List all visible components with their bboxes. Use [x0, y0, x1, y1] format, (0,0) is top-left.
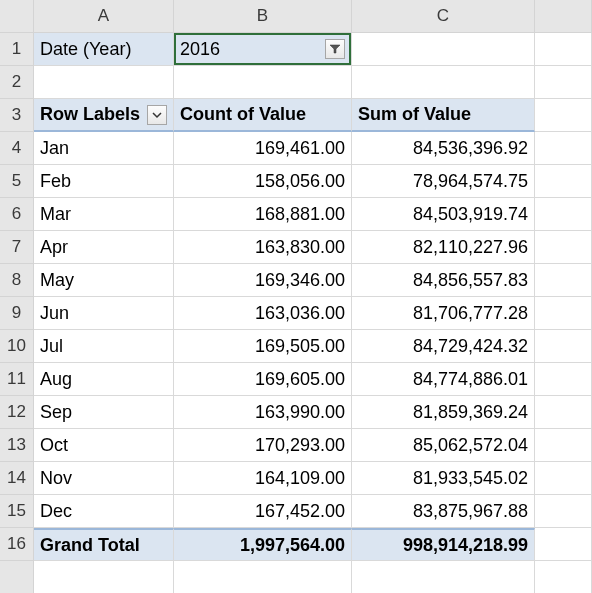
pivot-row-label[interactable]: Sep [34, 396, 174, 429]
pivot-filter-label[interactable]: Date (Year) [34, 33, 174, 66]
pivot-sum-value[interactable]: 81,859,369.24 [352, 396, 535, 429]
chevron-down-icon [152, 110, 162, 120]
pivot-sum-value[interactable]: 81,706,777.28 [352, 297, 535, 330]
pivot-count-value[interactable]: 167,452.00 [174, 495, 352, 528]
cell[interactable] [352, 33, 535, 66]
pivot-sum-value[interactable]: 84,856,557.83 [352, 264, 535, 297]
pivot-count-value[interactable]: 169,461.00 [174, 132, 352, 165]
pivot-row-label[interactable]: Feb [34, 165, 174, 198]
pivot-count-value[interactable]: 169,505.00 [174, 330, 352, 363]
row-labels-text: Row Labels [40, 104, 140, 125]
cell[interactable] [535, 99, 592, 132]
pivot-grand-total-sum[interactable]: 998,914,218.99 [352, 528, 535, 561]
cell[interactable] [535, 363, 592, 396]
row-header[interactable]: 8 [0, 264, 34, 297]
col-header-b[interactable]: B [174, 0, 352, 33]
pivot-row-label[interactable]: Dec [34, 495, 174, 528]
pivot-count-value[interactable]: 168,881.00 [174, 198, 352, 231]
cell[interactable] [535, 33, 592, 66]
row-header[interactable]: 6 [0, 198, 34, 231]
row-header[interactable]: 3 [0, 99, 34, 132]
pivot-grand-total-count[interactable]: 1,997,564.00 [174, 528, 352, 561]
pivot-row-labels-header[interactable]: Row Labels [34, 99, 174, 132]
pivot-count-header[interactable]: Count of Value [174, 99, 352, 132]
col-header-c[interactable]: C [352, 0, 535, 33]
row-header[interactable]: 16 [0, 528, 34, 561]
pivot-count-value[interactable]: 169,346.00 [174, 264, 352, 297]
pivot-sum-value[interactable]: 82,110,227.96 [352, 231, 535, 264]
pivot-count-value[interactable]: 170,293.00 [174, 429, 352, 462]
pivot-grand-total-label[interactable]: Grand Total [34, 528, 174, 561]
cell[interactable] [535, 495, 592, 528]
pivot-row-label[interactable]: Jan [34, 132, 174, 165]
pivot-count-value[interactable]: 163,830.00 [174, 231, 352, 264]
pivot-row-label[interactable]: Jul [34, 330, 174, 363]
row-header[interactable]: 1 [0, 33, 34, 66]
pivot-sum-value[interactable]: 81,933,545.02 [352, 462, 535, 495]
row-header[interactable]: 13 [0, 429, 34, 462]
cell[interactable] [34, 561, 174, 593]
col-header-a[interactable]: A [34, 0, 174, 33]
cell[interactable] [352, 561, 535, 593]
row-header[interactable]: 12 [0, 396, 34, 429]
pivot-row-label[interactable]: Aug [34, 363, 174, 396]
cell[interactable] [535, 264, 592, 297]
pivot-count-value[interactable]: 163,036.00 [174, 297, 352, 330]
cell[interactable] [535, 198, 592, 231]
pivot-sum-value[interactable]: 84,729,424.32 [352, 330, 535, 363]
row-header[interactable]: 5 [0, 165, 34, 198]
pivot-count-value[interactable]: 164,109.00 [174, 462, 352, 495]
row-header[interactable]: 10 [0, 330, 34, 363]
pivot-sum-value[interactable]: 84,503,919.74 [352, 198, 535, 231]
cell[interactable] [34, 66, 174, 99]
cell[interactable] [535, 165, 592, 198]
filter-dropdown-button[interactable] [325, 39, 345, 59]
row-header[interactable]: 2 [0, 66, 34, 99]
cell[interactable] [352, 66, 535, 99]
pivot-row-label[interactable]: Jun [34, 297, 174, 330]
pivot-row-label[interactable]: Oct [34, 429, 174, 462]
row-header[interactable]: 15 [0, 495, 34, 528]
cell[interactable] [535, 132, 592, 165]
row-header[interactable]: 11 [0, 363, 34, 396]
cell[interactable] [535, 429, 592, 462]
row-header[interactable]: 4 [0, 132, 34, 165]
pivot-sum-value[interactable]: 85,062,572.04 [352, 429, 535, 462]
cell[interactable] [535, 66, 592, 99]
pivot-row-label[interactable]: Mar [34, 198, 174, 231]
cell[interactable] [535, 330, 592, 363]
pivot-row-label[interactable]: Nov [34, 462, 174, 495]
cell[interactable] [535, 528, 592, 561]
row-header[interactable]: 9 [0, 297, 34, 330]
pivot-sum-value[interactable]: 84,536,396.92 [352, 132, 535, 165]
cell[interactable] [535, 297, 592, 330]
pivot-sum-value[interactable]: 78,964,574.75 [352, 165, 535, 198]
pivot-filter-value-cell[interactable]: 2016 [174, 33, 352, 66]
pivot-count-value[interactable]: 169,605.00 [174, 363, 352, 396]
cell[interactable] [535, 231, 592, 264]
pivot-filter-value: 2016 [180, 39, 220, 60]
col-header-d[interactable] [535, 0, 592, 33]
select-all-corner[interactable] [0, 0, 34, 33]
pivot-row-label[interactable]: May [34, 264, 174, 297]
cell[interactable] [535, 396, 592, 429]
pivot-row-label[interactable]: Apr [34, 231, 174, 264]
cell[interactable] [174, 561, 352, 593]
cell[interactable] [174, 66, 352, 99]
pivot-count-value[interactable]: 158,056.00 [174, 165, 352, 198]
cell[interactable] [535, 561, 592, 593]
funnel-icon [329, 43, 341, 55]
row-labels-dropdown-button[interactable] [147, 105, 167, 125]
pivot-sum-header[interactable]: Sum of Value [352, 99, 535, 132]
pivot-sum-value[interactable]: 83,875,967.88 [352, 495, 535, 528]
spreadsheet-grid: A B C 1 Date (Year) 2016 2 3 Row Labels … [0, 0, 592, 593]
row-header[interactable]: 7 [0, 231, 34, 264]
pivot-sum-value[interactable]: 84,774,886.01 [352, 363, 535, 396]
row-header[interactable]: 14 [0, 462, 34, 495]
pivot-count-value[interactable]: 163,990.00 [174, 396, 352, 429]
row-header[interactable] [0, 561, 34, 593]
cell[interactable] [535, 462, 592, 495]
